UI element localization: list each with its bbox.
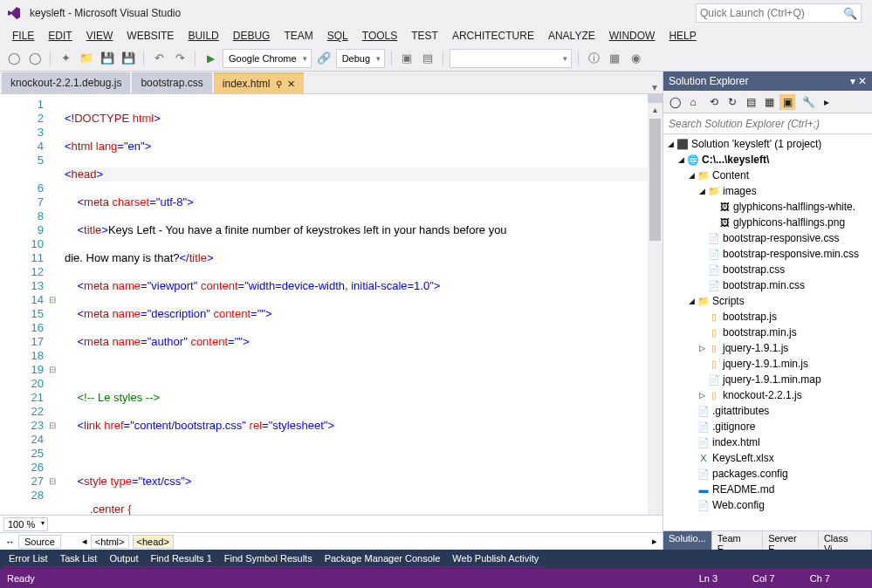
feedback-icon[interactable]: ◉	[627, 50, 644, 67]
btab-pmc[interactable]: Package Manager Console	[319, 550, 446, 568]
file-css4[interactable]: 📄bootstrap.min.css	[663, 277, 872, 293]
info-icon[interactable]: ⓘ	[585, 50, 602, 67]
tool1-icon[interactable]: ▣	[398, 50, 415, 67]
scroll-up-icon[interactable]: ▴	[648, 105, 663, 114]
file-js6[interactable]: ▷▯knockout-2.2.1.js	[663, 387, 872, 403]
menu-debug[interactable]: DEBUG	[228, 28, 276, 44]
file-js3[interactable]: ▷▯jquery-1.9.1.js	[663, 340, 872, 356]
ptab-server[interactable]: Server E...	[763, 531, 819, 550]
preview-icon[interactable]: ▣	[779, 94, 795, 110]
vertical-scrollbar[interactable]: ▴	[648, 94, 663, 515]
ptab-class[interactable]: Class Vi...	[819, 531, 872, 550]
save-all-icon[interactable]: 💾	[120, 50, 137, 67]
folder-content[interactable]: ◢📁Content	[663, 168, 872, 183]
ptab-solution[interactable]: Solutio...	[663, 531, 712, 550]
panel-title[interactable]: Solution Explorer ▾ ✕	[663, 72, 872, 91]
code-content[interactable]: <!DOCTYPE html> <html lang="en"> <head> …	[61, 94, 648, 515]
file-css2[interactable]: 📄bootstrap-responsive.min.css	[663, 246, 872, 262]
menu-view[interactable]: VIEW	[81, 28, 119, 44]
home-icon[interactable]: ⌂	[685, 94, 701, 110]
redo-icon[interactable]: ↷	[171, 50, 189, 67]
menu-architecture[interactable]: ARCHITECTURE	[447, 28, 539, 44]
menu-edit[interactable]: EDIT	[43, 28, 77, 44]
crumb-nav-right-icon[interactable]: ▸	[652, 536, 657, 547]
file-img2[interactable]: 🖼glyphicons-halflings.png	[663, 215, 872, 230]
menu-analyze[interactable]: ANALYZE	[543, 28, 601, 44]
code-editor[interactable]: 1234567891011121314151617181920212223242…	[0, 94, 663, 515]
crumb-html[interactable]: <html>	[91, 535, 129, 549]
folder-scripts[interactable]: ◢📁Scripts	[663, 293, 872, 309]
back-icon[interactable]: ◯	[667, 94, 683, 110]
btab-tasklist[interactable]: Task List	[55, 550, 103, 568]
more-icon[interactable]: ▸	[819, 94, 834, 110]
crumb-head[interactable]: <head>	[133, 535, 174, 549]
quick-launch-input[interactable]	[700, 7, 843, 19]
tool2-icon[interactable]: ▤	[419, 50, 436, 67]
config-dropdown[interactable]: Debug	[336, 49, 385, 68]
crumb-nav-left-icon[interactable]: ◂	[82, 536, 87, 547]
file-css1[interactable]: 📄bootstrap-responsive.css	[663, 230, 872, 246]
panel-dropdown-icon[interactable]: ▾	[850, 75, 855, 87]
source-view-button[interactable]: Source	[18, 535, 61, 549]
file-js2[interactable]: ▯bootstrap.min.js	[663, 325, 872, 340]
undo-icon[interactable]: ↶	[150, 50, 168, 67]
design-view-icon[interactable]: ↔	[5, 537, 15, 547]
btab-output[interactable]: Output	[104, 550, 143, 568]
folder-images[interactable]: ◢📁images	[663, 183, 872, 199]
file-packages[interactable]: 📄packages.config	[663, 466, 872, 482]
nav-fwd-icon[interactable]: ◯	[26, 50, 44, 67]
menu-website[interactable]: WEBSITE	[121, 28, 179, 44]
file-xlsx[interactable]: XKeysLeft.xlsx	[663, 450, 872, 466]
panel-close-icon[interactable]: ✕	[858, 75, 867, 87]
btab-find1[interactable]: Find Results 1	[145, 550, 216, 568]
collapse-icon[interactable]: ▤	[743, 94, 759, 110]
solution-search[interactable]	[663, 113, 872, 134]
properties-icon[interactable]: 🔧	[800, 94, 816, 110]
split-handle-icon[interactable]	[648, 94, 663, 103]
save-icon[interactable]: 💾	[99, 50, 116, 67]
menu-sql[interactable]: SQL	[322, 28, 354, 44]
menu-test[interactable]: TEST	[406, 28, 443, 44]
fold-gutter[interactable]: ⊟⊟⊟⊟	[49, 94, 61, 515]
btab-webpub[interactable]: Web Publish Activity	[447, 550, 544, 568]
empty-dropdown[interactable]	[450, 49, 572, 68]
tab-knockout[interactable]: knockout-2.2.1.debug.js	[2, 72, 130, 93]
menu-help[interactable]: HELP	[663, 28, 701, 44]
menu-window[interactable]: WINDOW	[604, 28, 661, 44]
tab-overflow-icon[interactable]: ▾	[652, 81, 663, 93]
pin-icon[interactable]: ⚲	[276, 79, 282, 89]
quick-launch[interactable]: 🔍	[696, 3, 862, 23]
menu-file[interactable]: FILE	[7, 28, 39, 44]
ext-icon[interactable]: ▦	[606, 50, 623, 67]
open-icon[interactable]: 📁	[78, 50, 95, 67]
file-js5[interactable]: 📄jquery-1.9.1.min.map	[663, 372, 872, 387]
file-gitignore[interactable]: 📄.gitignore	[663, 419, 872, 434]
file-js1[interactable]: ▯bootstrap.js	[663, 309, 872, 325]
solution-root[interactable]: ◢⬛Solution 'keysleft' (1 project)	[663, 136, 872, 152]
close-icon[interactable]: ✕	[287, 79, 295, 90]
file-readme[interactable]: ▬README.md	[663, 482, 872, 497]
browser-dropdown[interactable]: Google Chrome	[223, 49, 312, 68]
file-js4[interactable]: ▯jquery-1.9.1.min.js	[663, 356, 872, 372]
zoom-dropdown[interactable]: 100 %	[3, 517, 48, 531]
file-index[interactable]: 📄index.html	[663, 434, 872, 450]
file-gitattr[interactable]: 📄.gitattributes	[663, 403, 872, 419]
tab-bootstrap[interactable]: bootstrap.css	[132, 72, 211, 93]
btab-findsym[interactable]: Find Symbol Results	[219, 550, 318, 568]
menu-tools[interactable]: TOOLS	[357, 28, 402, 44]
file-css3[interactable]: 📄bootstrap.css	[663, 262, 872, 277]
show-all-icon[interactable]: ▦	[761, 94, 777, 110]
menu-build[interactable]: BUILD	[182, 28, 223, 44]
browser-link-icon[interactable]: 🔗	[315, 50, 333, 67]
menu-team[interactable]: TEAM	[278, 28, 318, 44]
project-node[interactable]: ◢🌐C:\...\keysleft\	[663, 152, 872, 168]
tab-index[interactable]: index.html⚲✕	[214, 72, 304, 93]
file-img1[interactable]: 🖼glyphicons-halflings-white.	[663, 199, 872, 215]
start-icon[interactable]: ▶	[202, 50, 219, 67]
solution-tree[interactable]: ◢⬛Solution 'keysleft' (1 project) ◢🌐C:\.…	[663, 134, 872, 530]
refresh-icon[interactable]: ↻	[724, 94, 740, 110]
scroll-thumb[interactable]	[649, 119, 661, 241]
file-webconfig[interactable]: 📄Web.config	[663, 497, 872, 513]
solution-search-input[interactable]	[663, 113, 872, 133]
nav-back-icon[interactable]: ◯	[5, 50, 23, 67]
